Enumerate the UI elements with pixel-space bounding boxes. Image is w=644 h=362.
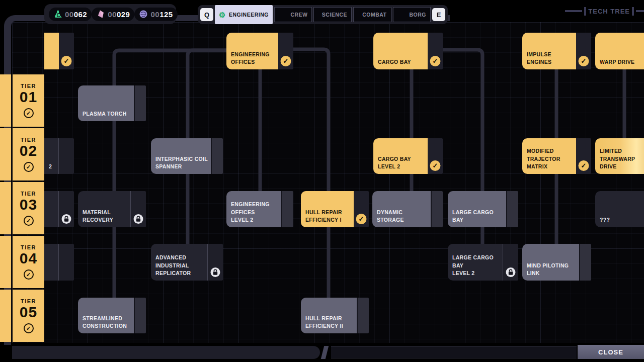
tier-check-icon: ✓ [24,108,34,118]
tech-node-edge-cut-tier3[interactable] [44,191,74,227]
lock-icon [506,267,516,278]
tier-check-icon: ✓ [24,216,34,226]
crystal-icon [96,10,105,19]
check-icon: ✓ [61,56,72,66]
tab-science[interactable]: SCIENCE [313,7,352,22]
node-label: HULL REPAIR EFFICIENCY II [305,315,356,330]
tab-combat[interactable]: COMBAT [353,7,391,22]
tech-node-engineering-offices[interactable]: ENGINEERING OFFICES ✓ [226,33,293,69]
tier-check-icon: ✓ [24,269,34,280]
flask-icon [53,10,62,19]
tier-04-block: TIER 04 ✓ [0,236,44,288]
gear-icon: ⚙ [219,11,226,19]
node-label: ADVANCED INDUSTRIAL REPLICATOR [155,254,206,277]
tech-node-limited-transwarp-drive[interactable]: LIMITED TRANSWARP DRIVE [595,138,644,174]
tab-label: BORG [410,12,427,18]
node-label: MIND PILOTING LINK [527,262,578,277]
node-label: MODIFIED TRAJECTOR MATRIX [527,147,575,170]
node-label: WARP DRIVE [600,58,644,66]
tech-node-advanced-industrial-replicator[interactable]: ADVANCED INDUSTRIAL REPLICATOR [151,244,223,281]
tech-node-plasma-torch[interactable]: PLASMA TORCH [78,85,146,121]
lock-icon [210,267,221,278]
tier-check-icon: ✓ [24,323,34,333]
tech-node-unknown[interactable]: ??? [595,191,644,227]
tech-node-interphasic-coil-spanner[interactable]: INTERPHASIC COIL SPANNER [151,138,223,174]
tier-03-block: TIER 03 ✓ [0,182,44,234]
tab-engineering[interactable]: ⚙ ENGINEERING [215,5,273,24]
tier-02-block: TIER 02 ✓ [0,128,44,180]
page-title: TECH TREE [565,6,644,16]
hotkey-q-button[interactable]: Q [200,8,213,21]
check-icon: ✓ [356,214,367,224]
node-label: LARGE CARGO BAY [452,209,505,224]
tech-node-large-cargo-bay-level-2[interactable]: LARGE CARGO BAY LEVEL 2 [448,244,518,281]
tech-node-modified-trajector-matrix[interactable]: MODIFIED TRAJECTOR MATRIX ✓ [522,138,591,174]
tech-node-warp-drive[interactable]: WARP DRIVE [595,33,644,69]
footer-bar [12,346,320,359]
node-label: CARGO BAY [378,58,427,66]
tier-check-icon: ✓ [24,162,34,172]
tech-node-cargo-bay-level-2[interactable]: CARGO BAY LEVEL 2 ✓ [373,138,443,174]
tab-label: ENGINEERING [229,12,269,18]
tech-node-impulse-engines[interactable]: IMPULSE ENGINES ✓ [522,33,591,69]
footer-groove [331,346,577,358]
tech-node-material-recovery[interactable]: MATERIAL RECOVERY [78,191,146,227]
tab-label: SCIENCE [322,12,347,18]
tech-node-cargo-bay[interactable]: CARGO BAY ✓ [373,33,443,69]
tech-node-streamlined-construction[interactable]: STREAMLINED CONSTRUCTION [78,298,146,333]
tier-number: 01 [20,89,37,105]
check-icon: ✓ [579,160,589,171]
hotkey-e-button[interactable]: E [432,8,445,21]
close-button[interactable]: CLOSE [578,345,644,359]
node-label: LARGE CARGO BAY LEVEL 2 [452,254,502,277]
resource-bar: 00062 00029 00125 [44,4,176,24]
node-label: INTERPHASIC COIL SPANNER [155,155,210,170]
node-label: STREAMLINED CONSTRUCTION [83,315,133,330]
tech-node-dynamic-storage[interactable]: DYNAMIC STORAGE [372,191,443,227]
node-label: CARGO BAY LEVEL 2 [378,155,427,170]
tier-number: 03 [20,197,37,212]
tier-number: 04 [20,251,37,266]
tier-number: 02 [20,143,37,158]
tier-01-block: TIER 01 ✓ [0,74,44,127]
node-label: 2 [49,163,57,170]
tech-node-edge-cut-tier4[interactable] [44,244,74,281]
node-label: ENGINEERING OFFICES LEVEL 2 [231,201,280,224]
tab-crew[interactable]: CREW [274,7,312,22]
resource-crew: 00125 [134,8,177,21]
tech-node-engineering-offices-level-2[interactable]: ENGINEERING OFFICES LEVEL 2 [226,191,293,227]
tab-borg[interactable]: BORG [393,7,431,22]
node-label: LIMITED TRANSWARP DRIVE [600,147,644,170]
node-label: PLASMA TORCH [83,110,133,118]
tech-node-hull-repair-efficiency-2[interactable]: HULL REPAIR EFFICIENCY II [301,298,369,333]
tech-node-large-cargo-bay[interactable]: LARGE CARGO BAY [448,191,518,227]
tech-node-mind-piloting-link[interactable]: MIND PILOTING LINK [522,244,591,281]
node-label: ??? [600,216,644,224]
tech-node-edge-cut-top[interactable]: ✓ [44,33,74,69]
lock-icon [133,214,144,224]
check-icon: ✓ [430,56,441,66]
lock-icon [61,214,72,224]
node-label: HULL REPAIR EFFICIENCY I [305,209,353,224]
tech-node-hull-repair-efficiency-1[interactable]: HULL REPAIR EFFICIENCY I ✓ [301,191,369,227]
check-icon: ✓ [281,56,291,66]
check-icon: ✓ [579,56,589,66]
node-label: DYNAMIC STORAGE [377,209,430,224]
resource-science: 00062 [49,8,92,21]
node-label: MATERIAL RECOVERY [83,209,129,224]
resource-materials: 00029 [92,8,134,21]
tier-05-block: TIER 05 ✓ [0,290,44,342]
check-icon: ✓ [430,160,441,171]
category-tab-bar: Q ⚙ ENGINEERING CREW SCIENCE COMBAT BORG… [198,5,448,24]
node-label: ENGINEERING OFFICES [231,51,277,66]
node-label: IMPULSE ENGINES [527,51,575,66]
brain-icon [139,10,148,19]
tier-number: 05 [20,305,37,320]
tab-label: CREW [290,12,307,18]
tech-node-edge-cut-tier2[interactable]: 2 [44,138,74,174]
tab-label: COMBAT [362,12,386,18]
